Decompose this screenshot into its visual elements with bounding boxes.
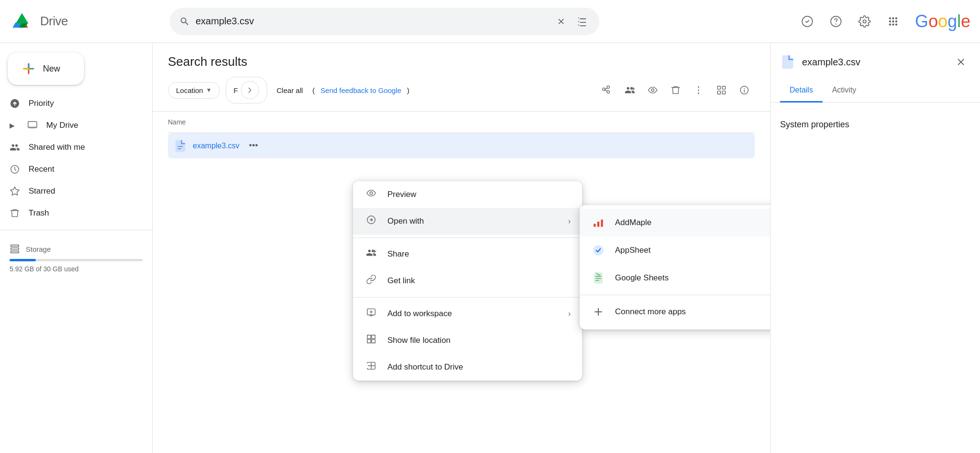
search-bar[interactable] — [170, 8, 599, 35]
tab-details[interactable]: Details — [780, 79, 823, 103]
app-title: Drive — [40, 14, 68, 29]
search-input[interactable] — [196, 16, 548, 27]
filter-next-button[interactable] — [241, 81, 259, 99]
addmaple-icon — [591, 216, 605, 230]
add-shortcut-ctx-icon — [365, 360, 378, 374]
delete-toolbar-button[interactable] — [665, 80, 686, 101]
share-ctx-label: Share — [387, 249, 571, 259]
add-person-toolbar-button[interactable] — [619, 80, 640, 101]
sidebar-item-starred[interactable]: Starred — [0, 180, 145, 202]
sidebar-item-shared-label: Shared with me — [29, 143, 85, 152]
context-menu-item-add-shortcut[interactable]: Add shortcut to Drive — [353, 354, 582, 381]
trash-icon — [10, 208, 20, 218]
search-filters-button[interactable] — [574, 14, 590, 29]
context-menu-item-add-workspace[interactable]: Add to workspace › — [353, 300, 582, 327]
svg-point-28 — [744, 88, 745, 89]
svg-point-20 — [698, 86, 699, 88]
svg-rect-33 — [597, 222, 599, 227]
connect-apps-icon — [591, 305, 605, 319]
sidebar-item-my-drive[interactable]: ▶ My Drive — [0, 114, 145, 136]
show-location-ctx-icon — [365, 334, 378, 347]
location-filter-arrow-icon: ▼ — [206, 87, 212, 93]
apps-button[interactable] — [881, 9, 906, 34]
logo-area: Drive — [10, 9, 162, 34]
context-menu-item-show-location[interactable]: Show file location — [353, 327, 582, 354]
sidebar-item-recent[interactable]: Recent — [0, 158, 145, 180]
search-clear-button[interactable] — [553, 14, 569, 29]
svg-rect-32 — [594, 224, 595, 227]
storage-label-row: Storage — [10, 244, 143, 254]
preview-ctx-icon — [365, 188, 378, 201]
settings-button[interactable] — [852, 9, 877, 34]
share-toolbar-button[interactable] — [596, 80, 617, 101]
storage-section: Storage 5.92 GB of 30 GB used — [0, 236, 152, 280]
svg-point-8 — [895, 20, 897, 22]
sidebar-item-trash-label: Trash — [29, 208, 49, 218]
file-icon-cell — [168, 139, 193, 153]
more-options-toolbar-button[interactable] — [688, 80, 709, 101]
panel-file-icon — [780, 54, 795, 70]
feedback-link[interactable]: Send feedback to Google — [321, 86, 401, 94]
search-done-button[interactable] — [795, 9, 820, 34]
svg-point-4 — [892, 17, 894, 19]
sidebar-item-recent-label: Recent — [29, 165, 54, 174]
file-name: example3.csv — [193, 142, 240, 150]
svg-point-21 — [698, 90, 699, 91]
svg-point-11 — [895, 23, 897, 25]
share-ctx-icon — [365, 247, 378, 261]
location-filter-label: Location — [176, 86, 203, 94]
add-workspace-ctx-icon — [365, 307, 378, 320]
google-logo: Google — [915, 11, 970, 31]
type-filter-label: F — [234, 86, 238, 94]
svg-point-7 — [892, 20, 894, 22]
show-location-ctx-label: Show file location — [387, 336, 571, 345]
svg-point-17 — [32, 127, 33, 128]
context-menu-item-preview[interactable]: Preview — [353, 181, 582, 208]
preview-toolbar-button[interactable] — [642, 80, 663, 101]
sidebar-item-shared-with-me[interactable]: Shared with me — [0, 136, 145, 158]
submenu-item-addmaple[interactable]: AddMaple — [580, 209, 770, 237]
context-menu-item-get-link[interactable]: Get link — [353, 268, 582, 294]
open-with-ctx-icon — [365, 215, 378, 228]
panel-file-name: example3.csv — [802, 57, 945, 68]
file-more-button[interactable]: ••• — [245, 139, 262, 153]
storage-icon — [10, 244, 20, 254]
sidebar-item-starred-label: Starred — [29, 186, 55, 196]
submenu-item-appsheet[interactable]: AppSheet — [580, 237, 770, 264]
results-title: Search results — [168, 54, 755, 69]
context-menu-item-open-with[interactable]: Open with › — [353, 208, 582, 235]
type-filter-chip[interactable]: F — [226, 77, 267, 103]
clear-all-button[interactable]: Clear all — [273, 82, 307, 98]
location-filter-chip[interactable]: Location ▼ — [168, 82, 220, 99]
ctx-divider-1 — [353, 237, 582, 238]
filter-row: Location ▼ F Clear all ( Send feedback t… — [168, 77, 755, 103]
get-link-ctx-label: Get link — [387, 276, 571, 286]
new-button[interactable]: New — [8, 52, 84, 85]
submenu: AddMaple AppSheet — [580, 205, 770, 329]
tab-activity[interactable]: Activity — [823, 79, 866, 103]
submenu-item-connect-apps[interactable]: Connect more apps — [580, 298, 770, 326]
open-with-ctx-label: Open with — [387, 216, 559, 226]
search-icon — [179, 16, 190, 27]
preview-ctx-label: Preview — [387, 190, 571, 199]
table-row[interactable]: example3.csv ••• — [168, 133, 755, 158]
help-button[interactable] — [824, 9, 848, 34]
svg-rect-36 — [594, 273, 602, 283]
sidebar-divider — [0, 230, 152, 230]
sidebar-item-priority[interactable]: Priority — [0, 93, 145, 114]
panel-close-button[interactable] — [951, 52, 970, 72]
storage-bar-fill — [10, 259, 36, 261]
svg-rect-34 — [601, 220, 603, 227]
system-properties-title: System properties — [780, 120, 970, 130]
context-menu-item-share[interactable]: Share — [353, 241, 582, 268]
new-button-label: New — [43, 64, 60, 74]
add-workspace-ctx-label: Add to workspace — [387, 309, 559, 319]
sidebar-item-trash[interactable]: Trash — [0, 202, 145, 224]
grid-view-button[interactable] — [711, 80, 732, 101]
new-plus-icon — [21, 61, 36, 76]
info-toolbar-button[interactable] — [734, 80, 755, 101]
submenu-item-google-sheets[interactable]: Google Sheets — [580, 264, 770, 292]
svg-point-22 — [698, 93, 699, 94]
svg-point-9 — [889, 23, 891, 25]
appsheet-label: AppSheet — [615, 246, 651, 255]
